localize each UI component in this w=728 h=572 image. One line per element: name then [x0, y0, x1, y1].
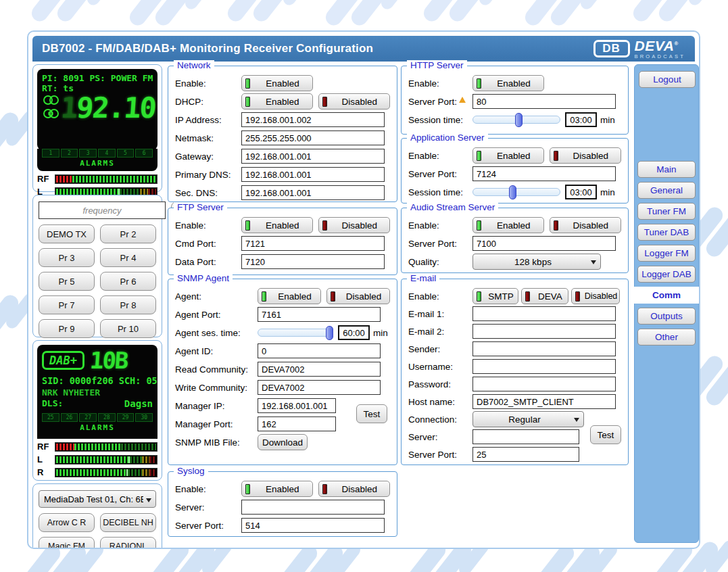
sender-field[interactable]	[472, 341, 616, 356]
fm-preset-button[interactable]: Pr 6	[100, 272, 156, 291]
nav-logger-fm[interactable]: Logger FM	[637, 245, 696, 262]
dab-preset-button[interactable]: DECIBEL NH	[100, 513, 156, 532]
fm-preset-button[interactable]: Pr 7	[39, 295, 95, 314]
dab-preset-button[interactable]: Arrow C R	[39, 513, 95, 532]
nav-comm[interactable]: Comm	[634, 287, 699, 304]
fm-preset-button[interactable]: Pr 5	[39, 272, 95, 291]
network-enabled-button[interactable]: Enabled	[241, 75, 313, 91]
fm-rt-label: RT:	[42, 83, 57, 93]
frequency-input[interactable]	[39, 201, 166, 219]
snmp-mib-download-button[interactable]: Download	[258, 434, 308, 450]
ftp-cmd-port-label: Cmd Port:	[175, 239, 241, 249]
email-enable-label: Enable:	[408, 291, 472, 302]
email-test-button[interactable]: Test	[590, 425, 621, 444]
http-enabled-button[interactable]: Enabled	[472, 75, 544, 91]
snmp-test-button[interactable]: Test	[356, 404, 387, 423]
ftp-data-port-field[interactable]	[241, 254, 385, 269]
audio-quality-select[interactable]: 128 kbps	[472, 254, 601, 270]
nav-logger-dab[interactable]: Logger DAB	[637, 266, 696, 283]
app-session-slider[interactable]	[472, 188, 560, 196]
email-deva-button[interactable]: DEVA	[521, 288, 568, 304]
snmp-port-field[interactable]	[258, 307, 381, 322]
fm-pi-value: 8091	[63, 73, 84, 83]
fm-preset-button[interactable]: Pr 4	[100, 248, 156, 267]
fm-preset-button[interactable]: DEMO TX	[39, 224, 95, 243]
slider-thumb[interactable]	[326, 326, 333, 340]
syslog-port-field[interactable]	[241, 518, 385, 533]
snmp-session-slider[interactable]	[258, 329, 333, 337]
email2-field[interactable]	[472, 324, 616, 339]
nav-main[interactable]: Main	[637, 161, 696, 178]
primary-dns-field[interactable]	[241, 167, 385, 182]
nav-tuner-fm[interactable]: Tuner FM	[637, 203, 696, 220]
page: DB7002 - FM/DAB/DAB+ Monitoring Receiver…	[0, 0, 728, 572]
slider-thumb[interactable]	[515, 113, 523, 127]
http-session-unit: min	[600, 115, 615, 125]
slider-thumb[interactable]	[509, 185, 516, 199]
ftp-disabled-button[interactable]: Disabled	[318, 217, 391, 233]
ftp-cmd-port-field[interactable]	[241, 236, 385, 251]
nav-tuner-dab[interactable]: Tuner DAB	[637, 224, 696, 241]
http-port-field[interactable]	[472, 94, 616, 109]
audio-port-label: Server Port:	[408, 239, 472, 249]
email-smtp-button[interactable]: SMTP	[472, 288, 518, 304]
dab-preset-button[interactable]: RADIONL	[100, 537, 156, 549]
fm-preset-button[interactable]: Pr 10	[100, 319, 156, 338]
app-disabled-button[interactable]: Disabled	[550, 147, 622, 164]
email-disabled-button[interactable]: Disabled	[571, 288, 620, 304]
smtp-port-field[interactable]	[472, 447, 579, 462]
secondary-dns-field[interactable]	[241, 185, 385, 200]
fm-preset-button[interactable]: Pr 2	[100, 224, 156, 243]
fm-ps-value: POWER FM	[111, 73, 153, 83]
netmask-field[interactable]	[241, 130, 385, 145]
snmp-mib-label: SNMP MIB File:	[175, 437, 258, 448]
syslog-server-field[interactable]	[241, 500, 385, 515]
logout-button[interactable]: Logout	[639, 71, 696, 88]
password-field[interactable]	[472, 377, 616, 391]
snmp-write-field[interactable]	[258, 380, 381, 395]
dab-ensemble-select[interactable]: MediaDab Test 01, Ch: 6B,...	[39, 490, 156, 508]
nav-outputs[interactable]: Outputs	[637, 308, 696, 325]
username-field[interactable]	[472, 359, 616, 374]
red-led-icon	[575, 291, 580, 302]
audio-disabled-button[interactable]: Disabled	[550, 217, 622, 233]
nav-other[interactable]: Other	[637, 329, 696, 345]
snmp-manager-ip-label: Manager IP:	[175, 401, 258, 411]
syslog-enabled-button[interactable]: Enabled	[241, 481, 313, 497]
dhcp-enabled-button[interactable]: Enabled	[241, 93, 313, 110]
host-name-field[interactable]	[472, 394, 616, 409]
app-session-value[interactable]: 03:00	[565, 185, 597, 199]
fm-preset-button[interactable]: Pr 3	[39, 248, 95, 267]
ftp-enabled-button[interactable]: Enabled	[241, 217, 313, 233]
smtp-server-field[interactable]	[472, 429, 579, 444]
snmp-session-value[interactable]: 60:00	[338, 325, 370, 340]
fm-preset-button[interactable]: Pr 9	[39, 319, 95, 338]
connection-select[interactable]: Regular	[472, 411, 584, 427]
app-enabled-button[interactable]: Enabled	[472, 147, 544, 164]
fm-preset-button[interactable]: Pr 8	[100, 295, 156, 314]
dab-preset-button[interactable]: Magic FM	[39, 537, 95, 549]
audio-enabled-button[interactable]: Enabled	[472, 217, 544, 233]
http-session-value[interactable]: 03:00	[565, 112, 597, 127]
sender-label: Sender:	[408, 344, 472, 354]
app-session-label: Session time:	[408, 187, 472, 197]
snmp-read-field[interactable]	[258, 362, 381, 377]
ip-address-field[interactable]	[241, 112, 385, 127]
snmp-id-field[interactable]	[258, 343, 381, 358]
snmp-manager-port-field[interactable]	[258, 416, 336, 431]
snmp-disabled-button[interactable]: Disabled	[326, 288, 390, 304]
audio-port-field[interactable]	[472, 236, 616, 251]
nav-general[interactable]: General	[637, 182, 696, 199]
snmp-id-label: Agent ID:	[175, 346, 258, 356]
gateway-field[interactable]	[241, 149, 385, 164]
app-port-field[interactable]	[472, 166, 616, 181]
dhcp-disabled-button[interactable]: Disabled	[318, 93, 391, 110]
http-session-slider[interactable]	[472, 116, 560, 124]
email1-field[interactable]	[472, 306, 616, 321]
dab-service-name: NRK NYHETER	[42, 387, 153, 398]
snmp-enabled-button[interactable]: Enabled	[258, 288, 321, 304]
syslog-server-label: Server:	[175, 502, 241, 513]
http-enable-label: Enable:	[408, 78, 472, 89]
syslog-disabled-button[interactable]: Disabled	[318, 481, 391, 497]
snmp-manager-ip-field[interactable]	[258, 398, 336, 413]
